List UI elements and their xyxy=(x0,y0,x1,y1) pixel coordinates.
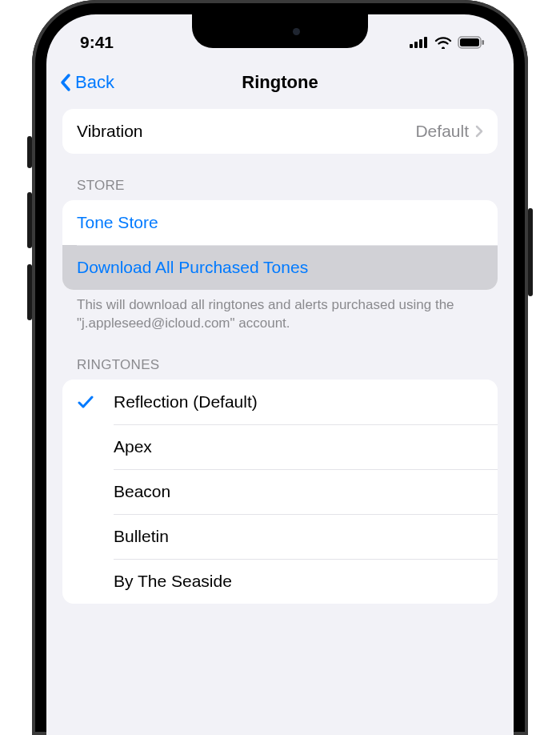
ringtone-label: Bulletin xyxy=(114,527,483,546)
cellular-icon xyxy=(410,37,429,48)
back-label: Back xyxy=(75,72,114,93)
silent-switch xyxy=(27,136,32,168)
ringtones-group: Reflection (Default)ApexBeaconBulletinBy… xyxy=(62,380,498,604)
svg-rect-1 xyxy=(414,42,418,48)
screen: 9:41 xyxy=(46,14,514,735)
svg-rect-5 xyxy=(460,38,479,46)
phone-frame: 9:41 xyxy=(32,0,528,735)
nav-bar: Back Ringtone xyxy=(46,61,514,104)
ringtone-row[interactable]: Apex xyxy=(62,424,498,469)
store-header: Store xyxy=(62,154,498,200)
ringtones-header: Ringtones xyxy=(62,333,498,380)
ringtone-row[interactable]: Bulletin xyxy=(62,514,498,559)
chevron-left-icon xyxy=(59,73,72,92)
svg-rect-0 xyxy=(410,44,413,48)
svg-rect-6 xyxy=(482,40,485,45)
store-footer: This will download all ringtones and ale… xyxy=(62,290,498,333)
ringtone-label: Reflection (Default) xyxy=(114,392,483,412)
volume-down-button xyxy=(27,264,32,320)
ringtone-label: Beacon xyxy=(114,482,483,501)
battery-icon xyxy=(458,36,485,49)
ringtone-label: Apex xyxy=(114,437,483,456)
power-button xyxy=(528,208,533,296)
notch xyxy=(192,14,368,48)
download-all-label: Download All Purchased Tones xyxy=(77,258,308,277)
chevron-right-icon xyxy=(475,125,483,138)
checkmark-icon xyxy=(77,394,114,410)
vibration-group: Vibration Default xyxy=(62,109,498,154)
wifi-icon xyxy=(434,36,452,49)
vibration-row[interactable]: Vibration Default xyxy=(62,109,498,154)
content: Vibration Default Store Tone Store Downl… xyxy=(46,104,514,604)
front-camera xyxy=(293,28,300,35)
ringtone-row[interactable]: Beacon xyxy=(62,469,498,514)
ringtone-row[interactable]: By The Seaside xyxy=(62,559,498,604)
store-group: Tone Store Download All Purchased Tones xyxy=(62,200,498,290)
download-all-row[interactable]: Download All Purchased Tones xyxy=(62,245,498,290)
tone-store-label: Tone Store xyxy=(77,213,158,232)
ringtone-label: By The Seaside xyxy=(114,572,483,591)
tone-store-row[interactable]: Tone Store xyxy=(62,200,498,245)
vibration-value: Default xyxy=(415,122,469,141)
svg-rect-3 xyxy=(424,37,427,48)
volume-up-button xyxy=(27,192,32,248)
page-title: Ringtone xyxy=(242,72,318,93)
status-time: 9:41 xyxy=(80,33,114,52)
svg-rect-2 xyxy=(419,39,422,48)
back-button[interactable]: Back xyxy=(59,72,114,93)
ringtone-row[interactable]: Reflection (Default) xyxy=(62,380,498,424)
vibration-label: Vibration xyxy=(77,122,415,141)
